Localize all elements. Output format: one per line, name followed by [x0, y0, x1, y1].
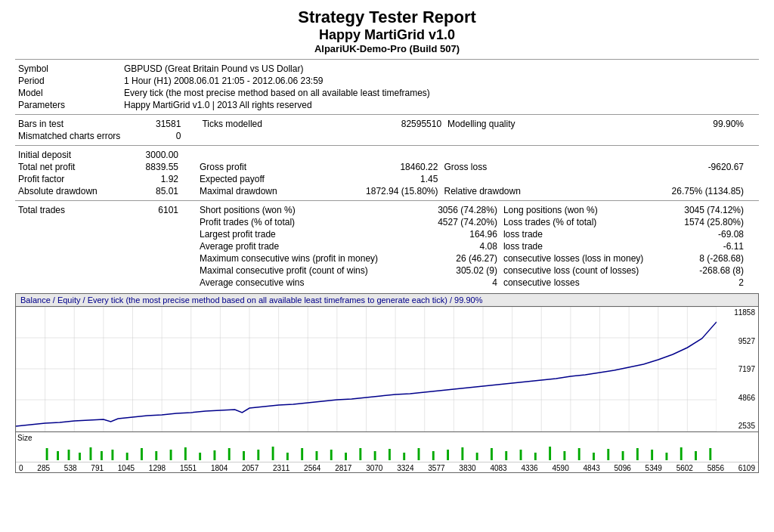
gross-profit-value: 18460.22	[350, 161, 441, 173]
svg-rect-74	[665, 453, 667, 460]
avg-loss-label: loss trade	[500, 240, 669, 252]
report-header: Strategy Tester Report Happy MartiGrid v…	[15, 8, 759, 54]
x-538: 538	[64, 464, 77, 472]
svg-rect-57	[418, 448, 420, 460]
gross-loss-value: -9620.67	[593, 161, 759, 173]
rel-drawdown-value: 26.75% (1134.85)	[593, 185, 759, 197]
x-3070: 3070	[366, 464, 382, 472]
bars-table: Bars in test 31581 Ticks modelled 825955…	[15, 118, 759, 142]
rel-drawdown-label: Relative drawdown	[441, 185, 593, 197]
svg-rect-55	[389, 449, 391, 460]
gross-profit-label: Gross profit	[197, 161, 350, 173]
svg-rect-49	[301, 448, 303, 460]
balance-chart: 11858 9527 7197 4866 2535	[16, 307, 758, 431]
svg-rect-33	[79, 453, 81, 460]
svg-rect-66	[549, 447, 551, 460]
svg-rect-37	[126, 453, 128, 460]
svg-rect-71	[622, 451, 624, 460]
chart-y-labels: 11858 9527 7197 4866 2535	[717, 307, 758, 431]
initial-deposit-label: Initial deposit	[15, 149, 121, 161]
report-title-line2: Happy MartiGrid v1.0	[15, 27, 759, 43]
svg-rect-65	[534, 453, 537, 460]
short-pos-value: 3056 (74.28%)	[410, 204, 500, 216]
short-pos-label: Short positions (won %)	[197, 204, 410, 216]
svg-rect-50	[316, 451, 318, 460]
svg-rect-32	[68, 450, 70, 460]
initial-deposit-value: 3000.00	[121, 149, 181, 161]
svg-rect-77	[709, 448, 711, 460]
bars-label: Bars in test	[15, 118, 123, 130]
expected-payoff-label: Expected payoff	[197, 173, 350, 185]
max-consec-losses-value: 8 (-268.68)	[669, 252, 759, 264]
expected-payoff-value: 1.45	[350, 173, 441, 185]
x-285: 285	[37, 464, 50, 472]
x-5856: 5856	[707, 464, 724, 472]
svg-rect-52	[345, 453, 347, 460]
maximal-consec-loss-label: consecutive loss (count of losses)	[500, 264, 669, 277]
parameters-label: Parameters	[15, 99, 121, 111]
x-4590: 4590	[552, 464, 568, 472]
avg-consec-losses-label: consecutive losses	[500, 277, 669, 289]
max-consec-losses-label: consecutive losses (loss in money)	[500, 252, 669, 264]
max-drawdown-label: Maximal drawdown	[197, 185, 350, 197]
symbol-value: GBPUSD (Great Britain Pound vs US Dollar…	[121, 63, 759, 75]
svg-rect-45	[243, 451, 245, 460]
net-profit-value: 8839.55	[121, 161, 181, 173]
x-2311: 2311	[273, 464, 289, 472]
x-3324: 3324	[397, 464, 413, 472]
size-label: Size	[17, 434, 32, 442]
maximal-consec-profit-label: Maximal consecutive profit (count of win…	[197, 264, 410, 277]
x-1045: 1045	[118, 464, 135, 472]
x-6109: 6109	[738, 464, 755, 472]
symbol-label: Symbol	[15, 63, 121, 75]
parameters-value: Happy MartiGrid v1.0 | 2013 All rights r…	[121, 99, 759, 111]
report-title-line3: AlpariUK-Demo-Pro (Build 507)	[15, 43, 759, 54]
x-5602: 5602	[676, 464, 693, 472]
svg-rect-59	[447, 450, 449, 460]
y-label-2: 9527	[720, 337, 755, 345]
svg-rect-72	[636, 448, 639, 460]
profit-factor-value: 1.92	[121, 173, 181, 185]
x-axis: 0 285 538 791 1045 1298 1551 1804 2057 2…	[16, 462, 758, 472]
info-table: Symbol GBPUSD (Great Britain Pound vs US…	[15, 63, 759, 111]
svg-rect-34	[90, 447, 92, 460]
chart-area: Balance / Equity / Every tick (the most …	[15, 293, 759, 473]
svg-rect-63	[505, 451, 507, 460]
bars-value: 31581	[123, 118, 184, 130]
svg-rect-36	[111, 450, 113, 460]
divider-2	[15, 114, 759, 115]
divider-1	[15, 59, 759, 60]
svg-rect-68	[578, 448, 580, 460]
gross-loss-label: Gross loss	[441, 161, 593, 173]
x-0: 0	[19, 464, 23, 472]
x-2817: 2817	[335, 464, 351, 472]
svg-rect-61	[476, 453, 478, 460]
trades-table: Total trades 6101 Short positions (won %…	[15, 204, 759, 289]
largest-loss-label: loss trade	[500, 228, 669, 240]
maximal-consec-loss-value: -268.68 (8)	[669, 264, 759, 277]
x-1804: 1804	[211, 464, 228, 472]
x-3577: 3577	[428, 464, 444, 472]
svg-rect-44	[228, 448, 231, 460]
total-trades-label: Total trades	[15, 204, 121, 216]
svg-rect-58	[432, 451, 435, 460]
avg-profit-value: 4.08	[410, 240, 500, 252]
loss-trades-value: 1574 (25.80%)	[669, 216, 759, 228]
max-consec-wins-label: Maximum consecutive wins (profit in mone…	[197, 252, 410, 264]
mismatched-value: 0	[123, 130, 184, 142]
svg-rect-48	[286, 453, 289, 460]
svg-rect-41	[184, 447, 187, 460]
svg-rect-47	[272, 447, 274, 460]
svg-rect-43	[213, 450, 215, 460]
maximal-consec-profit-value: 305.02 (9)	[410, 264, 500, 277]
largest-profit-value: 164.96	[410, 228, 500, 240]
svg-rect-46	[257, 450, 259, 460]
svg-rect-51	[330, 450, 333, 460]
x-1551: 1551	[180, 464, 197, 472]
x-4083: 4083	[490, 464, 506, 472]
loss-trades-label: Loss trades (% of total)	[500, 216, 669, 228]
modelling-value: 99.90%	[633, 118, 759, 130]
svg-rect-31	[57, 451, 59, 460]
ticks-label: Ticks modelled	[199, 118, 369, 130]
net-profit-label: Total net profit	[15, 161, 121, 173]
